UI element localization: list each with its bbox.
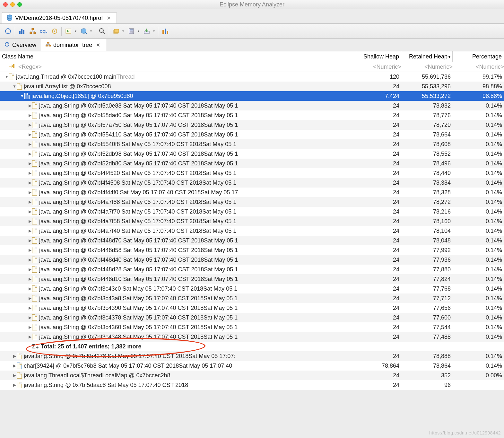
table-row[interactable]: ▶java.lang.String @ 0x7bf448d58 Sat May … (0, 245, 504, 255)
col-retained-heap[interactable]: Retained Heap▾ (401, 51, 453, 62)
disclosure-icon[interactable]: ▶ (12, 373, 17, 378)
table-row[interactable]: ▶java.lang.String @ 0x7bf554110 Sat May … (0, 130, 504, 139)
disclosure-icon[interactable]: ▶ (28, 200, 32, 204)
col-percentage[interactable]: Percentage (453, 51, 504, 62)
filter-row[interactable]: <Regex> <Numeric> <Numeric> <Numeric> (0, 62, 504, 72)
table-row[interactable]: ▶java.lang.String @ 0x7bf3c43c0 Sat May … (0, 284, 504, 293)
table-row[interactable]: ▶java.lang.String @ 0x7bf5daac8 Sat May … (0, 380, 504, 390)
table-row[interactable]: ▶java.lang.String @ 0x7bf448d28 Sat May … (0, 265, 504, 274)
disclosure-icon[interactable]: ▶ (28, 248, 32, 252)
disclosure-icon[interactable]: ▶ (28, 296, 32, 301)
table-row[interactable]: ▶java.lang.String @ 0x7bf3c4378 Sat May … (0, 313, 504, 322)
col-class-name[interactable]: Class Name (0, 51, 356, 62)
table-row[interactable]: ▶java.lang.String @ 0x7bf58dad0 Sat May … (0, 110, 504, 120)
table-row[interactable]: ▼java.util.ArrayList @ 0x7bccec0082455,5… (0, 82, 504, 91)
minimize-window-button[interactable] (10, 2, 15, 7)
disclosure-icon[interactable]: ▶ (28, 152, 32, 156)
disclosure-icon[interactable]: ▶ (12, 383, 17, 387)
table-row[interactable]: ▶java.lang.String @ 0x7bf4a7f88 Sat May … (0, 197, 504, 207)
file-tab-hprof[interactable]: VMDemo2018-05-05170740.hprof ✕ (2, 12, 117, 23)
disclosure-icon[interactable]: ▶ (28, 286, 32, 291)
disclosure-icon[interactable]: ▶ (28, 180, 32, 185)
calc-dropdown[interactable]: ▾ (137, 29, 140, 33)
table-row[interactable]: ▶java.lang.String @ 0x7bf52db98 Sat May … (0, 149, 504, 159)
table-row[interactable]: ▶java.lang.String @ 0x7bf448d40 Sat May … (0, 255, 504, 265)
table-row[interactable]: ▶java.lang.String @ 0x7bf4a7f70 Sat May … (0, 207, 504, 216)
disclosure-icon[interactable]: ▶ (28, 123, 32, 127)
close-tab-icon[interactable]: ✕ (105, 15, 112, 21)
disclosure-icon[interactable]: ▶ (28, 190, 32, 195)
table-row[interactable]: ▶java.lang.String @ 0x7bf52db80 Sat May … (0, 159, 504, 168)
table-row[interactable]: ▶java.lang.String @ 0x7bf57a750 Sat May … (0, 120, 504, 130)
disclosure-icon[interactable]: ▶ (28, 277, 32, 281)
query-db-dropdown[interactable]: ▾ (89, 29, 92, 33)
total-row[interactable]: Σ₊Total: 25 of 1,407 entries; 1,382 more (0, 342, 504, 351)
table-row[interactable]: ▶java.lang.String @ 0x7bf5a0e88 Sat May … (0, 101, 504, 110)
table-row[interactable]: ▶java.lang.String @ 0x7bf448d10 Sat May … (0, 274, 504, 284)
query-db-icon[interactable] (78, 26, 89, 37)
histogram-icon[interactable] (16, 26, 27, 37)
close-tab-icon[interactable]: ✕ (95, 42, 101, 48)
disclosure-icon[interactable]: ▶ (28, 209, 32, 214)
disclosure-icon[interactable]: ▶ (12, 354, 17, 358)
thread-icon[interactable] (49, 26, 60, 37)
disclosure-icon[interactable]: ▶ (28, 113, 32, 118)
disclosure-icon[interactable]: ▶ (28, 229, 32, 233)
disclosure-icon[interactable]: ▶ (28, 258, 32, 262)
dominator-tree-icon[interactable] (27, 26, 38, 37)
retained-cell: 78,832 (401, 102, 453, 109)
disclosure-icon[interactable]: ▶ (28, 161, 32, 166)
disclosure-icon[interactable]: ▼ (4, 74, 9, 79)
svg-rect-34 (13, 64, 14, 68)
object-icon (32, 295, 37, 302)
table-row[interactable]: ▶java.lang.ThreadLocal$ThreadLocalMap @ … (0, 371, 504, 380)
table-row[interactable]: ▼java.lang.Thread @ 0x7bccec100 main Thr… (0, 72, 504, 82)
col-shallow-heap[interactable]: Shallow Heap (356, 51, 401, 62)
table-row[interactable]: ▶java.lang.String @ 0x7bf4f4508 Sat May … (0, 178, 504, 188)
folder-stack-icon[interactable] (110, 26, 121, 37)
disclosure-icon[interactable]: ▶ (28, 132, 32, 137)
close-window-button[interactable] (3, 2, 8, 7)
export-icon[interactable] (141, 26, 152, 37)
compare-icon[interactable] (160, 26, 170, 37)
disclosure-icon[interactable]: ▶ (28, 315, 32, 320)
row-label: java.lang.String @ 0x7bf448d40 Sat May 0… (39, 257, 238, 263)
oql-icon[interactable]: OQL (38, 26, 49, 37)
maximize-window-button[interactable] (17, 2, 22, 7)
disclosure-icon[interactable]: ▶ (28, 103, 32, 108)
table-row[interactable]: ▶java.lang.String @ 0x7bf5540f8 Sat May … (0, 139, 504, 149)
disclosure-icon[interactable]: ▶ (28, 219, 32, 223)
table-row[interactable]: ▼java.lang.Object[1851] @ 0x7be950d807,4… (0, 91, 504, 101)
table-row[interactable]: ▶char[39424] @ 0x7bf5c76b8 Sat May 05 17… (0, 361, 504, 371)
table-row[interactable]: ▶java.lang.String @ 0x7bf448d70 Sat May … (0, 236, 504, 245)
row-label: java.lang.String @ 0x7bf3c43c0 Sat May 0… (39, 285, 237, 292)
table-row[interactable]: ▶java.lang.String @ 0x7bf4f44f0 Sat May … (0, 188, 504, 197)
info-icon[interactable]: i (3, 26, 13, 37)
table-row[interactable]: ▶java.lang.String @ 0x7bf4a7f58 Sat May … (0, 216, 504, 226)
disclosure-icon[interactable]: ▶ (28, 335, 32, 339)
run-report-dropdown[interactable]: ▾ (74, 29, 77, 33)
folder-dropdown[interactable]: ▾ (121, 29, 125, 33)
run-report-icon[interactable] (63, 26, 74, 37)
table-row[interactable]: ▶java.lang.String @ 0x7bf4a7f40 Sat May … (0, 226, 504, 236)
table-row[interactable]: ▶java.lang.String @ 0x7bf3c43a8 Sat May … (0, 293, 504, 303)
disclosure-icon[interactable]: ▼ (20, 94, 24, 98)
search-icon[interactable] (97, 26, 108, 37)
disclosure-icon[interactable]: ▶ (28, 306, 32, 310)
disclosure-icon[interactable]: ▶ (28, 325, 32, 329)
disclosure-icon[interactable]: ▶ (28, 267, 32, 272)
disclosure-icon[interactable]: ▶ (28, 142, 32, 146)
table-row[interactable]: ▶java.lang.String @ 0x7bf5b4278 Sat May … (0, 351, 504, 361)
disclosure-icon[interactable]: ▶ (28, 171, 32, 175)
tab-overview[interactable]: i Overview (0, 39, 41, 51)
tab-dominator-tree[interactable]: dominator_tree ✕ (41, 39, 106, 51)
table-row[interactable]: ▶java.lang.String @ 0x7bf3c4390 Sat May … (0, 303, 504, 313)
calculator-icon[interactable] (126, 26, 137, 37)
disclosure-icon[interactable]: ▶ (12, 364, 17, 368)
export-dropdown[interactable]: ▾ (152, 29, 155, 33)
disclosure-icon[interactable]: ▼ (12, 84, 17, 89)
table-row[interactable]: ▶java.lang.String @ 0x7bf3c4348 Sat May … (0, 332, 504, 342)
table-row[interactable]: ▶java.lang.String @ 0x7bf4f4520 Sat May … (0, 168, 504, 178)
table-row[interactable]: ▶java.lang.String @ 0x7bf3c4360 Sat May … (0, 322, 504, 332)
disclosure-icon[interactable]: ▶ (28, 238, 32, 243)
